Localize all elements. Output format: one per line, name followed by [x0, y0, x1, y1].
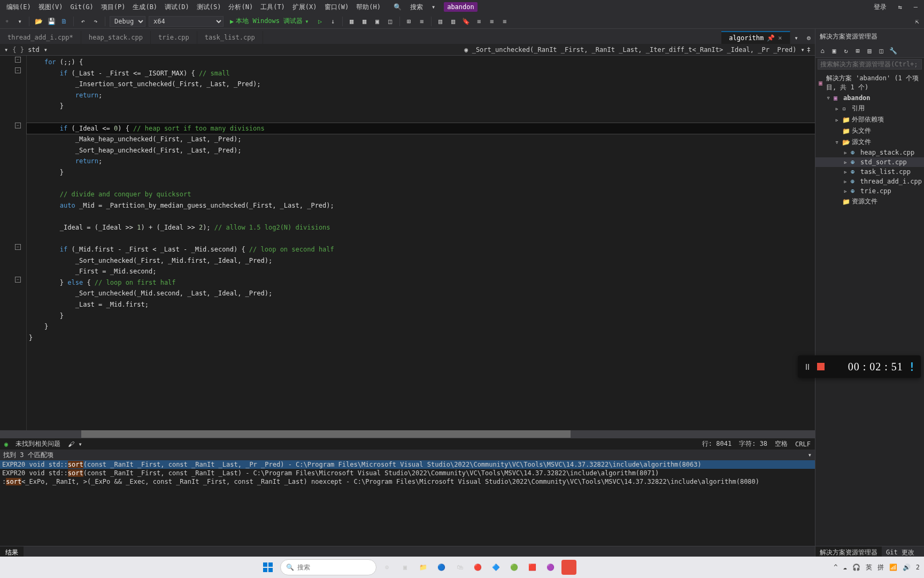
- tray-wifi-icon[interactable]: 📶: [889, 564, 897, 571]
- search-dropdown-icon[interactable]: ▾: [428, 2, 438, 12]
- properties-icon[interactable]: 🔧: [888, 46, 898, 56]
- config-dropdown[interactable]: Debug: [110, 16, 145, 27]
- menu-test[interactable]: 测试(S): [194, 2, 225, 13]
- tree-resources[interactable]: 📁资源文件: [815, 196, 924, 207]
- horizontal-scrollbar[interactable]: [0, 430, 815, 438]
- func-chevron-icon[interactable]: ▾: [801, 46, 805, 54]
- tree-sources[interactable]: ▿📂源文件: [815, 136, 924, 148]
- menu-debug[interactable]: 调试(D): [161, 2, 192, 13]
- tab-task-list[interactable]: task_list.cpp: [197, 31, 263, 44]
- fold-toggle[interactable]: −: [15, 57, 21, 63]
- tab-thread-add[interactable]: thread_add_i.cpp*: [0, 31, 81, 44]
- tool-icon-10[interactable]: ≡: [474, 17, 484, 26]
- tray-volume-icon[interactable]: 🔊: [903, 564, 911, 571]
- menu-git[interactable]: Git(G): [67, 2, 96, 12]
- tool-icon-9[interactable]: 🔖: [461, 17, 471, 26]
- sync-icon[interactable]: ⊞: [853, 46, 863, 56]
- platform-dropdown[interactable]: x64: [149, 16, 224, 27]
- tool-icon-8[interactable]: ▥: [449, 17, 458, 26]
- menu-edit[interactable]: 编辑(E): [3, 2, 34, 13]
- tool-icon-3[interactable]: ▣: [373, 17, 382, 26]
- menu-search[interactable]: 🔍 搜索 ▾: [390, 2, 438, 13]
- tree-file[interactable]: ▹⊕task_list.cpp: [815, 167, 924, 177]
- fold-toggle[interactable]: −: [15, 277, 21, 283]
- close-icon[interactable]: ×: [778, 34, 782, 42]
- app-edge[interactable]: 🔵: [434, 560, 449, 575]
- app-store[interactable]: 🛍: [452, 560, 467, 575]
- tool-icon-2[interactable]: ▦: [360, 17, 369, 26]
- save-all-icon[interactable]: 🗎: [59, 17, 69, 26]
- tray-lang[interactable]: 英: [866, 563, 872, 572]
- share-icon[interactable]: ⇱: [912, 17, 922, 26]
- recording-timer[interactable]: ⏸ 00 : 02 : 51 !: [798, 355, 921, 378]
- tool-icon-1[interactable]: ▦: [347, 17, 357, 26]
- tray-onedrive-icon[interactable]: ☁: [843, 564, 847, 571]
- tab-overflow-icon[interactable]: ▾: [790, 32, 803, 44]
- play-icon[interactable]: ▷: [315, 17, 325, 26]
- menu-build[interactable]: 生成(B): [129, 2, 160, 13]
- code-editor[interactable]: − − − − − for (;;) { if (_Last - _First …: [0, 56, 815, 430]
- pin-icon[interactable]: 📌: [767, 34, 775, 42]
- function-dropdown[interactable]: ◉ _Sort_unchecked(_RanIt _First, _RanIt …: [460, 46, 800, 54]
- login-button[interactable]: 登录: [871, 2, 890, 13]
- app-vs[interactable]: 🟣: [543, 560, 558, 575]
- nav-left-dropdown[interactable]: ▾: [4, 46, 8, 54]
- app-copilot[interactable]: ⊙: [380, 560, 395, 575]
- app-widgets[interactable]: ▣: [398, 560, 413, 575]
- taskbar-search[interactable]: 🔍: [280, 559, 376, 575]
- menu-tools[interactable]: 工具(T): [257, 2, 288, 13]
- tree-file[interactable]: ▹⊕std_sort.cpp: [815, 157, 924, 167]
- app-explorer[interactable]: 📁: [416, 560, 431, 575]
- tool-icon-7[interactable]: ▤: [436, 17, 445, 26]
- back-icon[interactable]: ◦: [2, 17, 12, 26]
- tray-sound-icon[interactable]: 🎧: [852, 564, 860, 571]
- menu-extensions[interactable]: 扩展(X): [289, 2, 320, 13]
- code-content[interactable]: for (;;) { if (_Last - _First <= _ISORT_…: [27, 56, 815, 430]
- tree-headers[interactable]: 📁头文件: [815, 125, 924, 136]
- tree-file[interactable]: ▹⊕heap_stack.cpp: [815, 148, 924, 157]
- run-button[interactable]: ▶ 本地 Windows 调试器 ▾: [227, 17, 312, 26]
- tool-icon-4[interactable]: ◫: [386, 17, 395, 26]
- results-dropdown-icon[interactable]: ▾: [808, 451, 812, 459]
- menu-window[interactable]: 窗口(W): [321, 2, 352, 13]
- minimize-icon[interactable]: —: [911, 2, 921, 12]
- app-wps[interactable]: 🟥: [525, 560, 540, 575]
- taskbar-search-input[interactable]: [297, 564, 361, 571]
- undo-icon[interactable]: ↶: [78, 17, 88, 26]
- redo-icon[interactable]: ↷: [91, 17, 101, 26]
- tray-chevron-icon[interactable]: ^: [834, 564, 837, 571]
- results-panel[interactable]: EXPR20 void std::sort(const _RanIt _Firs…: [0, 460, 815, 546]
- tree-file[interactable]: ▹⊕thread_add_i.cpp: [815, 177, 924, 186]
- menu-help[interactable]: 帮助(H): [353, 2, 384, 13]
- start-button[interactable]: [259, 560, 277, 575]
- step-icon[interactable]: ↓: [328, 17, 338, 26]
- fold-toggle[interactable]: −: [15, 123, 21, 128]
- tab-algorithm[interactable]: algorithm 📌 ×: [721, 31, 790, 44]
- system-tray[interactable]: ^ ☁ 🎧 英 拼 📶 🔊 2: [834, 563, 920, 572]
- sync-icon[interactable]: ⇆: [895, 2, 905, 12]
- tray-ime[interactable]: 拼: [877, 563, 884, 572]
- brush-icon[interactable]: 🖌 ▾: [68, 440, 82, 448]
- app-vscode[interactable]: 🔷: [489, 560, 504, 575]
- new-file-icon[interactable]: ▾: [15, 17, 25, 26]
- fold-toggle[interactable]: −: [15, 244, 21, 250]
- tree-solution[interactable]: ▣解决方案 'abandon' (1 个项目, 共 1 个): [815, 73, 924, 93]
- scope-dropdown[interactable]: std: [8, 46, 44, 54]
- tree-file[interactable]: ▹⊕trie.cpp: [815, 186, 924, 196]
- tab-heap-stack[interactable]: heap_stack.cpp: [81, 31, 151, 44]
- app-chrome[interactable]: 🔴: [471, 560, 486, 575]
- marker-icon[interactable]: !: [908, 360, 915, 374]
- tool-icon-6[interactable]: ≡: [417, 17, 427, 26]
- fold-toggle[interactable]: −: [15, 67, 21, 73]
- app-wechat[interactable]: 🟢: [507, 560, 522, 575]
- menu-analyze[interactable]: 分析(N): [225, 2, 256, 13]
- pause-icon[interactable]: ⏸: [803, 362, 812, 372]
- sidebar-search-input[interactable]: [818, 59, 922, 70]
- open-icon[interactable]: 📂: [34, 17, 43, 26]
- stop-icon[interactable]: [817, 363, 825, 370]
- tree-refs[interactable]: ▹▫引用: [815, 103, 924, 114]
- tool-icon-11[interactable]: ≡: [487, 17, 497, 26]
- tab-trie[interactable]: trie.cpp: [151, 31, 197, 44]
- tree-project[interactable]: ▿▣abandon: [815, 93, 924, 103]
- menu-project[interactable]: 项目(P): [98, 2, 129, 13]
